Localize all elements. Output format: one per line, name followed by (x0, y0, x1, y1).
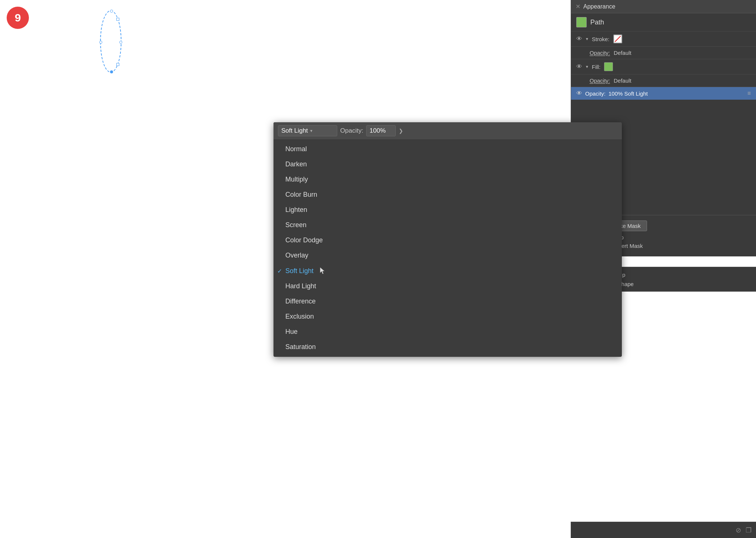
opacity-2-row: Opacity: Default (571, 74, 756, 87)
step-badge: 9 (7, 7, 29, 29)
opacity-1-label: Opacity: (590, 50, 610, 56)
stroke-expand-icon[interactable]: ▾ (586, 36, 588, 41)
stroke-row: 👁 ▾ Stroke: (571, 31, 756, 47)
panel-close-button[interactable]: ✕ (576, 3, 580, 10)
path-label: Path (590, 19, 604, 26)
blend-arrow-icon: ▾ (310, 128, 312, 133)
panel-list-icon: ≡ (747, 90, 751, 97)
cursor-icon (319, 267, 326, 275)
blend-item-darken[interactable]: Darken (273, 157, 622, 172)
opacity-3-visibility-icon[interactable]: 👁 (576, 90, 582, 97)
circle-green-br2 (237, 411, 322, 497)
blend-item-label: Exclusion (285, 313, 314, 321)
blend-header: Soft Light ▾ Opacity: 100% ❯ (273, 122, 622, 139)
panel-path-row: Path (571, 13, 756, 31)
checkmark-icon: ✓ (277, 268, 282, 275)
opacity-3-value: 100% Soft Light (609, 90, 648, 97)
blend-item-normal[interactable]: Normal (273, 142, 622, 157)
selected-path[interactable] (100, 10, 122, 73)
panel-titlebar: ✕ Appearance (571, 0, 756, 13)
opacity-2-label: Opacity: (590, 77, 610, 84)
path-color-swatch (576, 17, 587, 27)
opacity-input[interactable]: 100% (366, 125, 396, 136)
blend-item-color-burn[interactable]: Color Burn (273, 187, 622, 202)
circle-green-m1 (63, 209, 148, 295)
blend-item-screen[interactable]: Screen (273, 217, 622, 233)
blend-item-hue[interactable]: Hue (273, 324, 622, 339)
blend-item-label: Difference (285, 298, 316, 305)
stroke-swatch[interactable] (613, 34, 622, 43)
blend-item-difference[interactable]: Difference (273, 294, 622, 309)
fill-swatch[interactable] (604, 62, 613, 71)
duplicate-icon[interactable]: ❐ (746, 526, 752, 534)
opacity-section: Opacity: 100% ❯ (340, 125, 403, 136)
blend-item-hard-light[interactable]: Hard Light (273, 279, 622, 294)
opacity-expand-icon[interactable]: ❯ (399, 128, 403, 134)
blend-item-label: Color Dodge (285, 236, 323, 244)
fill-expand-icon[interactable]: ▾ (586, 64, 588, 69)
opacity-3-label: Opacity: (585, 90, 606, 97)
blend-item-exclusion[interactable]: Exclusion (273, 309, 622, 324)
panel-footer: ⊘ ❐ (571, 522, 756, 538)
blend-mode-selector[interactable]: Soft Light ▾ (278, 125, 337, 136)
opacity-2-value: Default (614, 77, 631, 84)
blend-item-multiply[interactable]: Multiply (273, 172, 622, 187)
circle-orange-b2 (63, 361, 148, 446)
fill-row: 👁 ▾ Fill: (571, 59, 756, 74)
blend-mode-value: Soft Light (281, 127, 308, 134)
blend-mode-dropdown: Soft Light ▾ Opacity: 100% ❯ Normal Dark… (273, 122, 622, 357)
stroke-visibility-icon[interactable]: 👁 (576, 36, 582, 42)
opacity-1-value: Default (614, 50, 631, 56)
delete-icon[interactable]: ⊘ (736, 526, 741, 534)
blend-item-label: Darken (285, 160, 307, 168)
blend-item-label: Multiply (285, 176, 308, 183)
blend-item-color-dodge[interactable]: Color Dodge (273, 233, 622, 248)
opacity-label: Opacity: (340, 127, 363, 134)
opacity-1-row: Opacity: Default (571, 47, 756, 59)
highlighted-opacity-row[interactable]: 👁 Opacity: 100% Soft Light ≡ (571, 87, 756, 100)
blend-item-overlay[interactable]: Overlay (273, 248, 622, 263)
blend-item-soft-light[interactable]: ✓ Soft Light (273, 263, 622, 279)
blend-item-label: Hard Light (285, 282, 316, 290)
opacity-value: 100% (369, 127, 385, 134)
fill-label: Fill: (592, 64, 600, 70)
blend-item-label: Color Burn (285, 191, 317, 199)
blend-item-label: Screen (285, 221, 306, 229)
blend-item-label: Overlay (285, 252, 308, 259)
blend-item-label: Saturation (285, 343, 316, 351)
step-number: 9 (15, 11, 21, 24)
blend-item-label: Hue (285, 328, 298, 336)
blend-mode-list: Normal Darken Multiply Color Burn Lighte… (273, 139, 622, 357)
blend-item-saturation[interactable]: Saturation (273, 339, 622, 355)
blend-item-label: Lighten (285, 206, 307, 214)
panel-title: Appearance (583, 3, 615, 10)
stroke-label: Stroke: (592, 36, 610, 42)
blend-item-lighten[interactable]: Lighten (273, 202, 622, 217)
blend-item-label: Soft Light (285, 267, 314, 275)
blend-item-label: Normal (285, 145, 307, 153)
fill-visibility-icon[interactable]: 👁 (576, 63, 582, 70)
